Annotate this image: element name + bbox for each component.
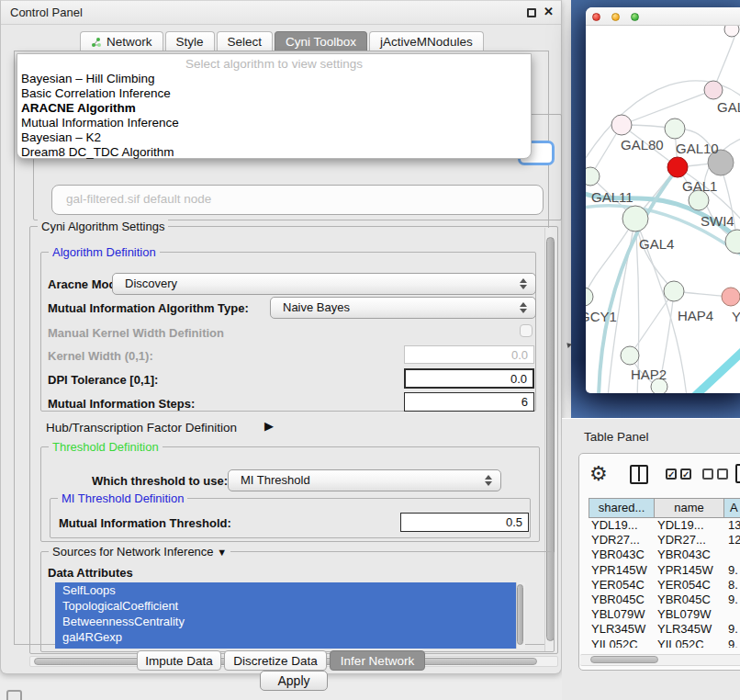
tab-network[interactable]: Network: [80, 31, 163, 51]
dropdown-item[interactable]: Bayesian – K2: [17, 130, 531, 145]
cell: YBL079W: [591, 607, 655, 622]
checked-checkbox-icon[interactable]: ✓: [680, 469, 691, 480]
combo-arrows-icon: [520, 277, 527, 290]
group-title: Threshold Definition: [49, 440, 163, 454]
tab-style[interactable]: Style: [165, 31, 215, 51]
data-attributes-list[interactable]: SelfLoops TopologicalCoefficient Between…: [55, 582, 525, 649]
cell: YER054C: [657, 578, 725, 593]
table-row[interactable]: YBR043CYBR043C: [589, 548, 740, 562]
mi-steps-field[interactable]: 6: [404, 392, 534, 412]
node-label-gal: GAL: [717, 99, 740, 115]
apply-button[interactable]: Apply: [260, 671, 328, 691]
columns-icon[interactable]: [630, 465, 648, 484]
minimized-panel-icon[interactable]: [6, 690, 22, 700]
manual-kernel-checkbox[interactable]: [520, 324, 533, 337]
combo-arrows-icon: [485, 474, 492, 487]
tab-discretize-data[interactable]: Discretize Data: [224, 650, 327, 671]
which-threshold-combo[interactable]: MI Threshold: [228, 469, 501, 491]
attribute-item[interactable]: SelfLoops: [55, 582, 525, 598]
node-label-gal11: GAL11: [591, 189, 633, 205]
group-title: Sources for Network Inference ▼: [49, 545, 230, 559]
table-row[interactable]: YER054CYER054C8.: [589, 578, 740, 593]
collapse-arrow-icon[interactable]: ▼: [217, 547, 227, 558]
expand-arrow-icon[interactable]: ▶: [264, 419, 274, 433]
checked-checkbox-icon[interactable]: ✓: [666, 469, 677, 480]
group-title: Cyni Algorithm Settings: [38, 220, 168, 233]
dropdown-item[interactable]: Mutual Information Inference: [17, 116, 531, 130]
minimize-traffic-light-icon[interactable]: [611, 13, 620, 21]
tab-infer-network[interactable]: Infer Network: [330, 650, 425, 671]
column-header-shared-name[interactable]: shared...: [589, 498, 655, 518]
tab-cyni-toolbox[interactable]: Cyni Toolbox: [275, 31, 367, 51]
table-row[interactable]: YLR345WYLR345W9.: [589, 622, 740, 637]
table-row[interactable]: YIL052CYIL052C9.: [589, 638, 740, 649]
attribute-item[interactable]: gal4RGexp: [55, 629, 525, 645]
table-row[interactable]: YBL079WYBL079W: [589, 607, 740, 622]
tab-label: Network: [107, 32, 152, 51]
document-icon[interactable]: [735, 464, 740, 483]
cell: 9.: [728, 638, 740, 649]
network-canvas[interactable]: GAL GAL80 GAL10 GAL1 GAL11 SWI4 GAL4 GCY…: [586, 26, 740, 393]
tab-jactivemnodules[interactable]: jActiveMNodules: [369, 31, 484, 51]
column-header-partial[interactable]: A: [723, 498, 740, 518]
close-traffic-light-icon[interactable]: [592, 13, 600, 21]
column-header-name[interactable]: name: [654, 498, 724, 518]
table-row[interactable]: YDL19...YDL19...13: [589, 518, 740, 533]
cell: 9.: [728, 593, 740, 607]
table-row[interactable]: YPR145WYPR145W9.: [589, 563, 740, 578]
gear-icon[interactable]: ⚙: [589, 462, 608, 486]
dropdown-item[interactable]: Bayesian – Hill Climbing: [17, 72, 531, 86]
cell: YPR145W: [657, 563, 725, 578]
mi-type-combo[interactable]: Naive Bayes: [270, 297, 536, 319]
cell: 8.: [728, 578, 740, 593]
window-title: Control Panel: [10, 6, 83, 19]
node-label-gal10: GAL10: [676, 141, 719, 156]
cell: YLR345W: [591, 622, 655, 637]
attributes-scrollbar-thumb[interactable]: [517, 584, 523, 645]
network-icon: [91, 37, 102, 48]
cell: YDR27...: [591, 533, 655, 548]
table-panel-title: Table Panel: [584, 430, 649, 444]
dropdown-prompt: Select algorithm to view settings: [17, 57, 531, 72]
tab-label: Style: [176, 32, 204, 51]
table-hscrollbar-thumb[interactable]: [590, 656, 658, 663]
aracne-mode-combo[interactable]: Discovery: [112, 273, 536, 295]
unchecked-checkbox-icon[interactable]: [717, 469, 728, 480]
tab-select[interactable]: Select: [217, 31, 274, 51]
group-title: Algorithm Definition: [49, 245, 160, 259]
dpi-tolerance-label: DPI Tolerance [0,1]:: [48, 373, 158, 387]
which-threshold-label: Which threshold to use:: [92, 474, 228, 488]
combo-arrows-icon: [526, 193, 533, 206]
dropdown-item-aracne[interactable]: ARACNE Algorithm: [17, 101, 531, 116]
tab-impute-data[interactable]: Impute Data: [137, 650, 221, 671]
cell: YLR345W: [657, 622, 725, 637]
mi-type-label: Mutual Information Algorithm Type:: [48, 301, 249, 315]
cell: YDL19...: [657, 518, 725, 533]
table-source-value: gal-filtered.sif default node: [66, 192, 211, 206]
cell: YBL079W: [657, 607, 725, 622]
dropdown-item[interactable]: Basic Correlation Inference: [17, 86, 531, 101]
zoom-traffic-light-icon[interactable]: [631, 13, 639, 21]
dropdown-item[interactable]: Dream8 DC_TDC Algorithm: [17, 145, 531, 160]
hub-definition-label: Hub/Transcription Factor Definition: [46, 421, 237, 435]
network-graph: [586, 26, 740, 393]
attribute-item[interactable]: TopologicalCoefficient: [55, 598, 525, 614]
table-row[interactable]: YBR045CYBR045C9.: [589, 593, 740, 607]
kernel-width-field[interactable]: 0.0: [404, 345, 534, 364]
table-source-combo[interactable]: gal-filtered.sif default node: [51, 185, 544, 215]
node-label-gal4: GAL4: [639, 236, 674, 252]
table-row[interactable]: YDR27...YDR27...12: [589, 533, 740, 548]
cell: 12: [728, 533, 740, 548]
sources-title: Sources for Network Inference: [52, 545, 214, 559]
dpi-tolerance-field[interactable]: 0.0: [404, 368, 534, 389]
node-label-hap2: HAP2: [631, 367, 667, 382]
attribute-item[interactable]: BetweennessCentrality: [55, 614, 525, 629]
mi-threshold-field[interactable]: 0.5: [400, 513, 529, 532]
unchecked-checkbox-icon[interactable]: [702, 469, 713, 480]
cell: YER054C: [591, 578, 655, 593]
close-icon[interactable]: ✕: [544, 5, 554, 18]
tab-label: jActiveMNodules: [380, 32, 473, 51]
data-attributes-label: Data Attributes: [48, 566, 133, 580]
restore-icon[interactable]: [527, 8, 536, 17]
cell: YIL052C: [657, 638, 725, 649]
